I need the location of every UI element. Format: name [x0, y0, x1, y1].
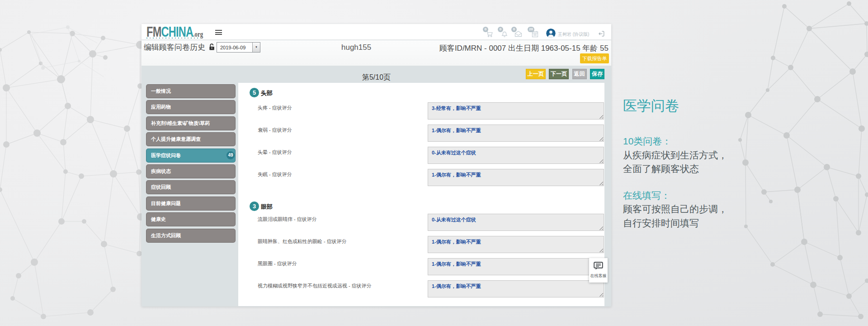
section-number-badge: 5	[250, 88, 259, 97]
cart-badge: 0	[483, 27, 488, 32]
promo-block-1: 10类问卷： 从疾病症状到生活方式， 全面了解顾客状态	[623, 134, 745, 176]
user-name[interactable]: 王树岩 (协议版)	[558, 31, 589, 38]
sidebar-item-current-health[interactable]: 目前健康问题	[146, 197, 236, 211]
answer-input[interactable]: 1-偶尔有，影响不严重	[428, 169, 604, 186]
answer-input[interactable]: 1-偶尔有，影响不严重	[428, 258, 604, 275]
answer-input[interactable]: 1-偶尔有，影响不严重	[428, 280, 604, 297]
patient-username: hugh155	[341, 43, 371, 52]
sidebar: 一般情况 应用药物 补充剂\维生素\矿物质\草药 个人提升健康意愿调查 医学症状…	[146, 84, 236, 244]
prev-page-button[interactable]: 上一页	[526, 69, 546, 79]
sidebar-item-medical-symptoms[interactable]: 医学症状问卷49	[146, 149, 236, 163]
avatar[interactable]	[546, 29, 556, 38]
calendar-icon[interactable]: 20	[532, 30, 539, 38]
chat-label: 在线客服	[589, 273, 608, 279]
lock-icon	[209, 43, 215, 53]
question-row: 衰弱 - 症状评分 1-偶尔有，影响不严重	[238, 125, 604, 142]
sidebar-item-medications[interactable]: 应用药物	[146, 100, 236, 114]
promo-block-2: 在线填写： 顾客可按照自己的步调， 自行安排时间填写	[623, 189, 745, 230]
next-page-button[interactable]: 下一页	[549, 69, 569, 79]
question-row: 头疼 - 症状评分 3-经常有，影响不严重	[238, 102, 604, 120]
patient-info: 顾客ID/MRN - 0007 出生日期 1963-05-15 年龄 55	[439, 43, 609, 53]
app-window: FMCHINA.org 0 0 0	[142, 24, 611, 307]
bell-badge: 0	[498, 27, 503, 32]
menu-icon[interactable]	[215, 30, 222, 35]
sidebar-item-disease-status[interactable]: 疾病状态	[146, 164, 236, 178]
promo-title: 医学问卷	[623, 98, 745, 114]
date-select[interactable]: 2019-06-09	[217, 42, 260, 53]
sidebar-item-lifestyle-review[interactable]: 生活方式回顾	[146, 229, 236, 243]
answer-input[interactable]: 1-偶尔有，影响不严重	[428, 125, 604, 142]
calendar-badge: 20	[528, 27, 534, 32]
question-row: 流眼泪或眼睛痒 - 症状评分 0-从未有过这个症状	[238, 214, 604, 231]
sidebar-count-badge: 49	[226, 151, 235, 159]
logo-dotted-underline	[146, 38, 201, 38]
bell-icon[interactable]: 0	[501, 30, 508, 38]
question-row: 头晕 - 症状评分 0-从未有过这个症状	[238, 147, 604, 164]
save-button[interactable]: 保存	[590, 69, 604, 79]
cart-icon[interactable]: 0	[486, 30, 493, 38]
section-number-badge: 3	[250, 201, 259, 211]
answer-input[interactable]: 3-经常有，影响不严重	[428, 102, 604, 120]
back-button[interactable]: 返回	[572, 69, 587, 79]
pagination-bar: 第5/10页 上一页 下一页 返回 保存	[142, 66, 611, 83]
toolbar: 编辑顾客问卷历史 2019-06-09 ▼ hugh155 顾客ID/MRN -…	[142, 40, 611, 66]
question-row: 眼睛肿胀、红色或粘性的眼睑 - 症状评分 1-偶尔有，影响不严重	[238, 236, 604, 253]
app-header: FMCHINA.org 0 0 0	[142, 24, 611, 40]
sidebar-item-supplements[interactable]: 补充剂\维生素\矿物质\草药	[146, 116, 236, 130]
answer-input[interactable]: 1-偶尔有，影响不严重	[428, 236, 604, 253]
page-title: 编辑顾客问卷历史	[144, 42, 205, 53]
promo-panel: 医学问卷 10类问卷： 从疾病症状到生活方式， 全面了解顾客状态 在线填写： 顾…	[623, 98, 745, 230]
answer-input[interactable]: 0-从未有过这个症状	[428, 147, 604, 164]
sidebar-item-symptom-review[interactable]: 症状回顾	[146, 180, 236, 194]
logout-icon[interactable]	[598, 30, 605, 38]
online-support-widget[interactable]: 在线客服	[589, 258, 608, 283]
mail-badge: 0	[511, 27, 517, 32]
question-row: 失眠 - 症状评分 1-偶尔有，影响不严重	[238, 169, 604, 186]
sidebar-item-general[interactable]: 一般情况	[146, 84, 236, 98]
questionnaire-content: 5 头部 头疼 - 症状评分 3-经常有，影响不严重 衰弱 - 症状评分 1-偶…	[238, 83, 604, 306]
question-row: 视力模糊或视野狭窄并不包括近视或远视 - 症状评分 1-偶尔有，影响不严重	[238, 280, 604, 297]
logo[interactable]: FMCHINA.org	[146, 24, 203, 37]
download-report-button[interactable]: 下载报告单	[580, 53, 609, 63]
chat-bubble-icon	[594, 262, 603, 270]
mail-icon[interactable]: 0	[514, 30, 522, 38]
sidebar-item-health-willingness[interactable]: 个人提升健康意愿调查	[146, 132, 236, 146]
sidebar-item-health-history[interactable]: 健康史	[146, 212, 236, 226]
answer-input[interactable]: 0-从未有过这个症状	[428, 214, 604, 231]
question-row: 黑眼圈 - 症状评分 1-偶尔有，影响不严重	[238, 258, 604, 275]
questionnaire-panel: 第5/10页 上一页 下一页 返回 保存 一般情况 应用药物 补充剂\维生素\矿…	[142, 66, 611, 307]
